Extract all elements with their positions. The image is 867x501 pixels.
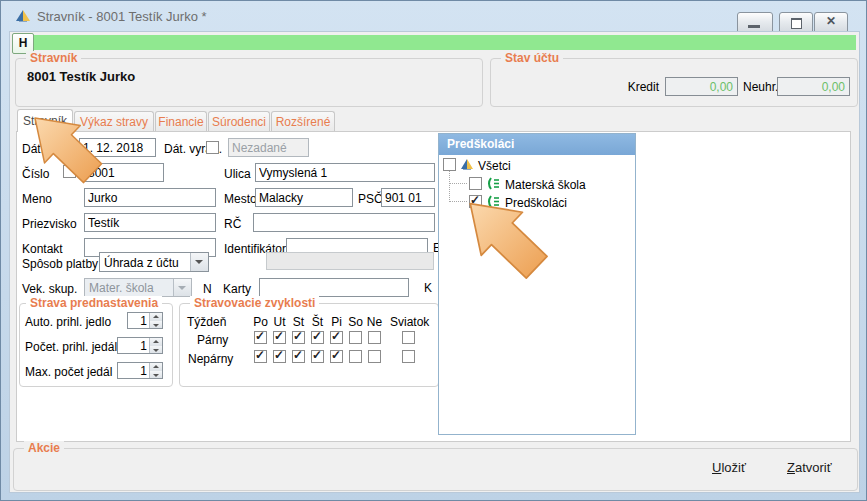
- even-holiday-checkbox[interactable]: [402, 331, 415, 344]
- cards-suffix-label: K: [424, 281, 432, 295]
- even-po-checkbox[interactable]: [254, 331, 267, 344]
- even-so-checkbox[interactable]: [349, 331, 362, 344]
- payment-combobox[interactable]: Úhrada z účtu: [99, 252, 209, 272]
- rc-input[interactable]: [253, 213, 435, 232]
- tree-item-materska-skola[interactable]: Materská škola: [505, 178, 586, 192]
- payment-extra-field: [266, 252, 434, 270]
- cards-label: Karty: [223, 282, 251, 296]
- zip-input[interactable]: [381, 188, 435, 207]
- window-title: Stravník - 8001 Testík Jurko *: [37, 9, 207, 24]
- age-group-label: Vek. skup.: [22, 282, 77, 296]
- day-label-pi: Pi: [327, 315, 346, 329]
- day-label-so: So: [346, 315, 365, 329]
- odd-week-label: Nepárny: [188, 352, 233, 366]
- spin-down-icon[interactable]: [150, 371, 162, 379]
- odd-po-checkbox[interactable]: [254, 350, 267, 363]
- rc-label: RČ: [224, 217, 241, 231]
- all-groups-pyramid-icon: [460, 158, 474, 171]
- minimize-icon: [748, 25, 760, 28]
- payment-value: Úhrada z účtu: [104, 256, 179, 270]
- last-name-input[interactable]: [84, 213, 216, 232]
- odd-holiday-checkbox[interactable]: [402, 350, 415, 363]
- tree-item-predskolaci[interactable]: Predškoláci: [505, 196, 567, 210]
- spin-down-icon[interactable]: [150, 321, 162, 329]
- tree-item-vsetci[interactable]: Všetci: [478, 159, 511, 173]
- age-group-suffix-label: N: [203, 282, 212, 296]
- number-label: Číslo: [22, 167, 49, 181]
- first-name-label: Meno: [22, 192, 52, 206]
- tab-surodenci[interactable]: Súrodenci: [208, 111, 270, 132]
- day-label-ne: Ne: [365, 315, 384, 329]
- payment-dropdown-icon[interactable]: [190, 253, 208, 271]
- tree-predskolaci-checkbox[interactable]: [469, 195, 482, 208]
- tree-connector-h1: [449, 183, 467, 184]
- even-week-label: Párny: [197, 333, 228, 347]
- contact-label: Kontakt: [22, 242, 63, 256]
- group-list-icon: [486, 195, 501, 208]
- holiday-label: Sviatok: [390, 315, 429, 329]
- max-meals-spinner[interactable]: 1: [117, 362, 163, 379]
- city-label: Mesto: [224, 192, 257, 206]
- day-label-st2: Št: [308, 315, 327, 329]
- day-label-st: St: [289, 315, 308, 329]
- app-icon: [15, 8, 31, 23]
- cards-input[interactable]: [259, 278, 409, 297]
- account-groupbox-title: Stav účtu: [501, 51, 563, 65]
- date-leave-checkbox[interactable]: [206, 141, 219, 154]
- count-meals-label: Počet. prihl. jedál: [25, 340, 117, 354]
- odd-so-checkbox[interactable]: [349, 350, 362, 363]
- groups-panel-header: Predškoláci: [439, 134, 635, 155]
- spin-down-icon[interactable]: [150, 346, 162, 354]
- save-button[interactable]: Uložiť: [706, 459, 752, 476]
- week-label: Týždeň: [187, 315, 226, 329]
- meal-presets-title: Strava prednastavenia: [26, 296, 162, 310]
- street-label: Ulica: [224, 167, 251, 181]
- count-meals-spinner[interactable]: 1: [117, 337, 163, 354]
- street-input[interactable]: [255, 163, 435, 182]
- max-meals-label: Max. počet jedál: [25, 365, 112, 379]
- max-meals-spin-buttons[interactable]: [149, 363, 162, 378]
- odd-pi-checkbox[interactable]: [330, 350, 343, 363]
- group-list-icon: [486, 177, 501, 190]
- tab-rozsirene[interactable]: Rozšírené: [271, 111, 335, 132]
- count-meals-value: 1: [140, 339, 147, 353]
- even-ne-checkbox[interactable]: [368, 331, 381, 344]
- number-checkbox[interactable]: [63, 165, 76, 178]
- date-leave-input: [228, 138, 309, 157]
- count-meals-spin-buttons[interactable]: [149, 338, 162, 353]
- tree-connector-h2: [449, 201, 467, 202]
- tree-connector-v: [449, 171, 450, 202]
- auto-meal-value: 1: [140, 314, 147, 328]
- day-label-ut: Ut: [270, 315, 289, 329]
- tree-vsetci-checkbox[interactable]: [443, 158, 456, 171]
- title-bar: Stravník - 8001 Testík Jurko * ✕: [1, 1, 866, 31]
- eating-habits-title: Stravovacie zvyklosti: [190, 296, 319, 310]
- odd-st-checkbox[interactable]: [292, 350, 305, 363]
- even-st-checkbox[interactable]: [292, 331, 305, 344]
- close-form-button[interactable]: Zatvoriť: [781, 459, 838, 476]
- even-ut-checkbox[interactable]: [273, 331, 286, 344]
- odd-ut-checkbox[interactable]: [273, 350, 286, 363]
- auto-meal-spin-buttons[interactable]: [149, 313, 162, 328]
- tab-vykaz-stravy[interactable]: Výkaz stravy: [74, 111, 154, 132]
- age-group-combobox: Mater. škola: [84, 278, 192, 297]
- neuhr-value: 0,00: [777, 77, 850, 96]
- city-input[interactable]: [255, 188, 353, 207]
- zip-label: PSČ: [358, 192, 383, 206]
- last-name-label: Priezvisko: [22, 217, 77, 231]
- odd-ne-checkbox[interactable]: [368, 350, 381, 363]
- tree-materska-checkbox[interactable]: [469, 177, 482, 190]
- neuhr-label: Neuhr.: [743, 80, 778, 94]
- first-name-input[interactable]: [84, 188, 216, 207]
- number-input[interactable]: [84, 163, 164, 182]
- even-st2-checkbox[interactable]: [311, 331, 324, 344]
- day-label-po: Po: [251, 315, 270, 329]
- tab-financie[interactable]: Financie: [155, 111, 207, 132]
- even-pi-checkbox[interactable]: [330, 331, 343, 344]
- restore-icon: [791, 18, 802, 29]
- odd-st2-checkbox[interactable]: [311, 350, 324, 363]
- max-meals-value: 1: [140, 364, 147, 378]
- tab-stravnik[interactable]: Stravník: [17, 109, 73, 132]
- date-start-input[interactable]: [79, 138, 156, 157]
- auto-meal-spinner[interactable]: 1: [127, 312, 163, 329]
